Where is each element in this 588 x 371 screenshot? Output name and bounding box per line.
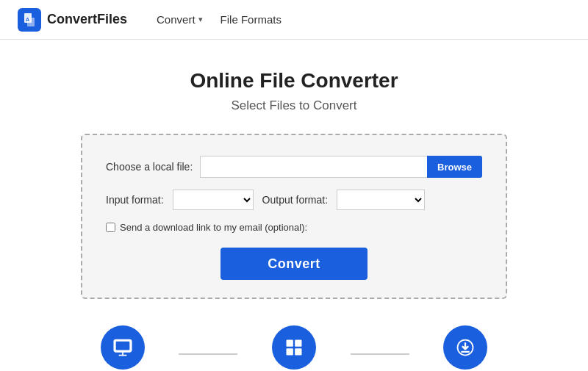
convert-button[interactable]: Convert bbox=[220, 248, 368, 280]
file-row: Choose a local file: Browse bbox=[106, 156, 482, 178]
step-2: Step 2 Choose a destination format. (We … bbox=[237, 325, 350, 371]
svg-rect-9 bbox=[295, 348, 301, 355]
nav-file-formats[interactable]: File Formats bbox=[220, 13, 282, 26]
format-row: Input format: Output format: bbox=[106, 190, 482, 210]
browse-button[interactable]: Browse bbox=[427, 156, 482, 178]
converter-box: Choose a local file: Browse Input format… bbox=[81, 134, 507, 299]
svg-rect-8 bbox=[286, 348, 293, 355]
file-label: Choose a local file: bbox=[106, 161, 194, 173]
nav-convert[interactable]: Convert ▾ bbox=[157, 13, 203, 26]
step-3: Step 3 Download your converted file imme… bbox=[409, 325, 522, 371]
nav-menu: Convert ▾ File Formats bbox=[157, 13, 282, 26]
logo-icon: A bbox=[18, 8, 41, 32]
file-text-input[interactable] bbox=[200, 156, 427, 178]
logo-text: ConvertFiles bbox=[47, 12, 127, 27]
page-title: Online File Converter bbox=[190, 69, 398, 93]
chevron-down-icon: ▾ bbox=[198, 15, 203, 24]
step-1-icon bbox=[101, 325, 145, 370]
navbar: A ConvertFiles Convert ▾ File Formats bbox=[0, 0, 588, 40]
input-format-select[interactable] bbox=[173, 190, 254, 210]
input-format-label: Input format: bbox=[106, 194, 164, 206]
step-1: Step 1 Select a file from your computer bbox=[66, 325, 179, 371]
main-content: Online File Converter Select Files to Co… bbox=[0, 40, 588, 371]
svg-text:A: A bbox=[26, 17, 29, 22]
step-2-icon bbox=[272, 325, 316, 370]
email-label[interactable]: Send a download link to my email (option… bbox=[120, 222, 307, 233]
page-subtitle: Select Files to Convert bbox=[231, 98, 356, 113]
step-connector-1 bbox=[179, 353, 237, 355]
steps-section: Step 1 Select a file from your computer … bbox=[66, 325, 522, 371]
site-logo[interactable]: A ConvertFiles bbox=[18, 8, 127, 32]
step-connector-2 bbox=[351, 353, 409, 355]
output-format-label: Output format: bbox=[262, 194, 328, 206]
email-row: Send a download link to my email (option… bbox=[106, 222, 482, 233]
svg-rect-6 bbox=[286, 340, 293, 347]
svg-rect-7 bbox=[295, 340, 301, 347]
svg-rect-5 bbox=[115, 342, 129, 350]
file-input-wrapper: Browse bbox=[200, 156, 482, 178]
email-checkbox[interactable] bbox=[106, 223, 115, 232]
output-format-select[interactable] bbox=[337, 190, 425, 210]
step-3-icon bbox=[443, 325, 487, 370]
